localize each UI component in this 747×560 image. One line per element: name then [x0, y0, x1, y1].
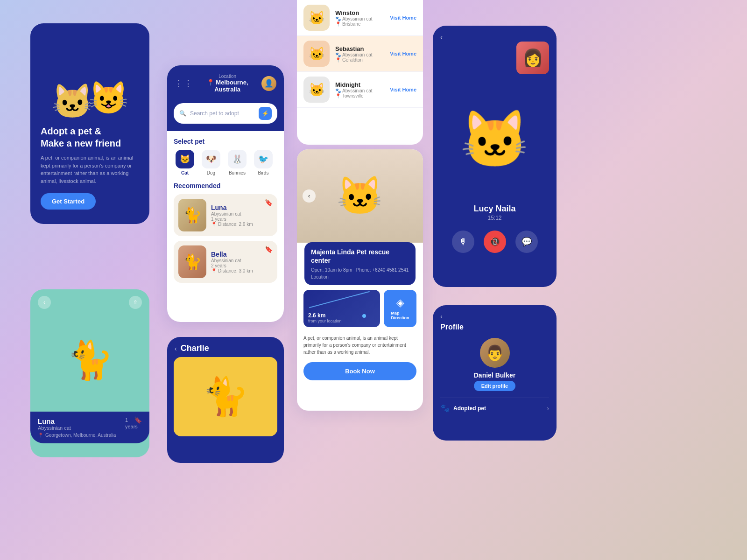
- rescue-back-button[interactable]: ‹: [303, 189, 316, 203]
- list-item-sebastian[interactable]: 🐱 Sebastian 🐾Abyssinian cat 📍Geraldton V…: [297, 36, 423, 72]
- profile-title: Profile: [440, 323, 549, 331]
- luna-card: ‹ ⇧ 🐈 Luna Abyssinian cat 🔖 1 years 📍 Ge…: [30, 289, 149, 457]
- search-input-placeholder[interactable]: Search pet to adopt: [190, 110, 255, 117]
- luna-location: Georgetown, Melbourne, Australia: [45, 433, 116, 438]
- bookmark-luna-icon[interactable]: 🔖: [265, 199, 273, 206]
- bookmark-icon[interactable]: 🔖: [134, 416, 142, 424]
- rescue-hero-image: ‹ 🐱: [297, 149, 423, 243]
- filter-button[interactable]: ⚡: [259, 107, 272, 120]
- sebastian-breed: 🐾Abyssinian cat: [335, 52, 384, 57]
- back-button[interactable]: ‹: [38, 296, 51, 309]
- rec-luna-name: Luna: [211, 204, 260, 211]
- rec-bella-name: Bella: [211, 251, 260, 258]
- map-route-line: [309, 291, 370, 308]
- winston-image: 🐱: [303, 5, 330, 31]
- dog-tab-label: Dog: [207, 170, 215, 175]
- luna-name: Luna: [38, 417, 71, 425]
- menu-dots-icon[interactable]: ⋮⋮: [175, 78, 193, 89]
- rec-pet-luna[interactable]: 🐈 Luna Abyssinian cat 1 years 📍Distance:…: [174, 194, 277, 236]
- midnight-visit-button[interactable]: Visit Home: [390, 87, 416, 92]
- user-avatar[interactable]: 👤: [261, 76, 276, 91]
- caller-name: Lucy Naila: [433, 204, 557, 214]
- search-icon: 🔍: [179, 110, 186, 117]
- sebastian-visit-button[interactable]: Visit Home: [390, 51, 416, 56]
- tab-birds[interactable]: 🐦 Birds: [252, 150, 275, 175]
- rec-luna-age: 1 years: [211, 217, 260, 222]
- recommended-title: Recommended: [174, 182, 277, 189]
- bird-tab-label: Birds: [258, 170, 269, 175]
- winston-visit-button[interactable]: Visit Home: [390, 15, 416, 21]
- midnight-breed: 🐾Abyssinian cat: [335, 88, 384, 93]
- sebastian-image: 🐱: [303, 41, 330, 67]
- rec-bella-age: 2 years: [211, 263, 260, 268]
- sebastian-name: Sebastian: [335, 45, 384, 52]
- map-direction-button[interactable]: ◈ MapDirection: [384, 290, 416, 327]
- charlie-name: Charlie: [181, 343, 209, 353]
- call-back-button[interactable]: ‹: [433, 26, 557, 42]
- mute-button[interactable]: 🎙: [452, 231, 474, 253]
- winston-name: Winston: [335, 9, 384, 16]
- luna-cat-image: 🐈: [30, 309, 149, 412]
- tab-dog[interactable]: 🐶 Dog: [200, 150, 222, 175]
- list-item-winston[interactable]: 🐱 Winston 🐾Abyssinian cat 📍Brisbane Visi…: [297, 0, 423, 36]
- sebastian-location: 📍Geraldton: [335, 57, 384, 63]
- chevron-right-icon: ›: [547, 405, 549, 412]
- message-button[interactable]: 💬: [515, 231, 538, 253]
- hero-cats-image: 🐱 😺: [30, 23, 149, 117]
- rescue-name: Majenta Linda Pet rescue center: [311, 248, 409, 265]
- share-button[interactable]: ⇧: [129, 296, 142, 309]
- rec-bella-distance: 📍Distance: 3.0 km: [211, 268, 260, 273]
- direction-icon: ◈: [396, 297, 404, 309]
- charlie-cat-image: 🐈: [174, 357, 277, 436]
- profile-card: ‹ Profile 👨 Daniel Bulker Edit profile 🐾…: [433, 305, 557, 441]
- search-card: ⋮⋮ Location 📍 Melbourne, Australia 👤 🔍 S…: [167, 65, 284, 322]
- profile-avatar: 👨: [480, 338, 510, 368]
- tab-cat[interactable]: 🐱 Cat: [174, 150, 196, 175]
- grey-cat-icon: 🐱: [51, 82, 93, 121]
- list-item-midnight[interactable]: 🐱 Midnight 🐾Abyssinian cat 📍Townsville V…: [297, 72, 423, 108]
- charlie-card: ‹ Charlie 🐈: [167, 337, 284, 463]
- rec-pet-bella[interactable]: 🐈 Bella Abyssinian cat 2 years 📍Distance…: [174, 241, 277, 283]
- midnight-location: 📍Townsville: [335, 93, 384, 98]
- rec-luna-image: 🐈: [178, 199, 206, 231]
- call-cat-image: 🐱: [433, 79, 557, 200]
- get-started-button[interactable]: Get Started: [41, 193, 96, 210]
- rec-luna-breed: Abyssinian cat: [211, 211, 260, 217]
- bunny-tab-label: Bunnies: [229, 170, 246, 175]
- location-name: 📍 Melbourne, Australia: [193, 79, 261, 93]
- midnight-image: 🐱: [303, 77, 330, 103]
- call-timer: 15:12: [433, 215, 557, 221]
- rec-bella-breed: Abyssinian cat: [211, 258, 260, 263]
- adopted-pet-label: Adopted pet: [453, 405, 486, 412]
- winston-breed: 🐾Abyssinian cat: [335, 16, 384, 21]
- book-now-button[interactable]: Book Now: [303, 362, 416, 380]
- tab-bunnies[interactable]: 🐰 Bunnies: [226, 150, 248, 175]
- location-pin-icon: 📍: [207, 79, 214, 86]
- rescue-map-row: 2.6 km from your location ◈ MapDirection: [303, 290, 416, 327]
- bookmark-bella-icon[interactable]: 🔖: [265, 245, 273, 253]
- profile-back-button[interactable]: ‹: [440, 313, 549, 320]
- rescue-location-label: Location: [311, 274, 409, 280]
- bird-tab-icon: 🐦: [254, 150, 273, 168]
- winston-location: 📍Brisbane: [335, 21, 384, 27]
- bunny-tab-icon: 🐰: [228, 150, 247, 168]
- adopted-pet-row[interactable]: 🐾 Adopted pet ›: [440, 398, 549, 413]
- dog-tab-icon: 🐶: [202, 150, 220, 168]
- rescue-distance-label: from your location: [308, 319, 375, 323]
- charlie-back-button[interactable]: ‹: [175, 345, 177, 352]
- orange-cat-icon: 😺: [89, 79, 128, 117]
- rescue-description: A pet, or companion animal, is an animal…: [297, 332, 423, 358]
- rec-bella-image: 🐈: [178, 245, 206, 278]
- pet-category-tabs: 🐱 Cat 🐶 Dog 🐰 Bunnies 🐦 Birds: [174, 150, 277, 175]
- cat-tab-icon: 🐱: [176, 150, 194, 168]
- caller-avatar: 👩: [516, 42, 549, 74]
- location-label: Location: [193, 74, 261, 79]
- cat-tab-label: Cat: [181, 170, 189, 175]
- luna-breed: Abyssinian cat: [38, 425, 71, 431]
- edit-profile-button[interactable]: Edit profile: [474, 381, 515, 391]
- select-pet-title: Select pet: [174, 138, 277, 145]
- end-call-button[interactable]: 📵: [484, 231, 506, 253]
- profile-name: Daniel Bulker: [474, 371, 515, 379]
- pet-list-card: 🐱 Winston 🐾Abyssinian cat 📍Brisbane Visi…: [297, 0, 423, 145]
- rescue-info-panel: Majenta Linda Pet rescue center Open: 10…: [304, 242, 416, 285]
